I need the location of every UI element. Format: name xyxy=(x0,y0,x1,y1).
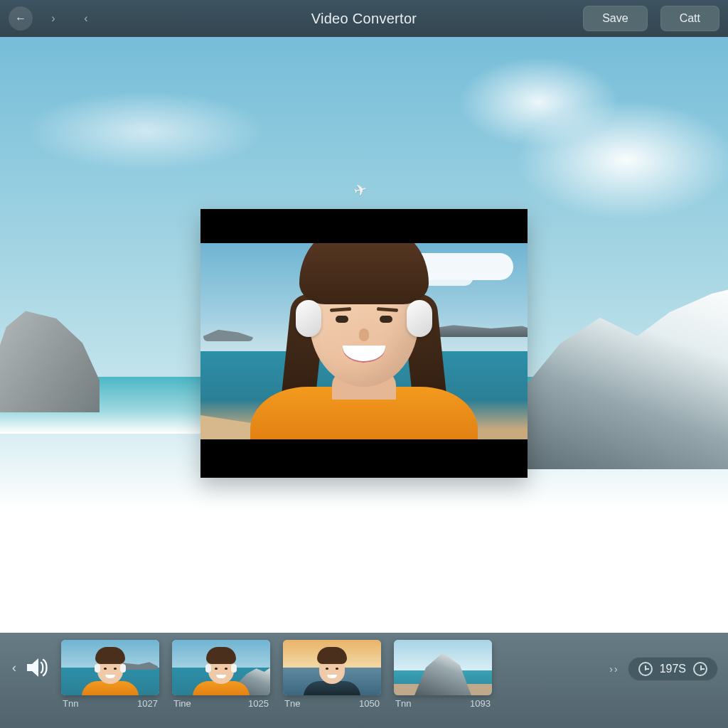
arrow-left-icon: ← xyxy=(15,12,26,25)
thumbnail-1: Tnn 1027 xyxy=(61,640,159,709)
thumbnail-2-value: 1025 xyxy=(248,698,269,709)
thumbnail-1-label: Tnn xyxy=(63,698,78,709)
clock-icon xyxy=(693,662,707,676)
thumbnail-1-value: 1027 xyxy=(137,698,158,709)
thumbs-next-button[interactable]: ›› xyxy=(609,663,617,675)
thumbnail-3: Tne 1050 xyxy=(283,640,381,709)
thumbnail-2-image[interactable] xyxy=(172,640,270,695)
forward-button[interactable]: › xyxy=(41,6,65,31)
thumbnail-1-image[interactable] xyxy=(61,640,159,695)
timecode-value: 197S xyxy=(660,663,686,675)
chevron-right-icon: › xyxy=(614,663,618,675)
chevron-right-icon: › xyxy=(609,663,613,675)
save-button[interactable]: Save xyxy=(583,6,647,31)
thumbnail-2-label: Tine xyxy=(173,698,191,709)
clock-icon xyxy=(638,662,653,676)
video-frame xyxy=(200,243,528,439)
chevron-left-icon: ‹ xyxy=(84,12,87,25)
timecode-pill[interactable]: 197S xyxy=(628,657,718,681)
video-preview[interactable] xyxy=(200,209,528,478)
bottom-bar: ‹ Tnn 1027 Tine 1 xyxy=(0,633,728,728)
volume-icon[interactable] xyxy=(26,657,50,678)
thumbnail-3-label: Tne xyxy=(284,698,300,709)
back-button[interactable]: ← xyxy=(9,6,33,31)
thumbnail-4-value: 1093 xyxy=(470,698,491,709)
thumbnail-3-image[interactable] xyxy=(283,640,381,695)
speaker-icon xyxy=(26,657,50,678)
thumbnail-4: Tnn 1093 xyxy=(394,640,492,709)
thumbnail-4-label: Tnn xyxy=(395,698,411,709)
chevron-right-icon: › xyxy=(51,12,55,25)
thumbnail-2: Tine 1025 xyxy=(172,640,270,709)
undo-button[interactable]: ‹ xyxy=(74,6,98,31)
thumbnail-3-value: 1050 xyxy=(359,698,380,709)
top-bar: ← › ‹ Video Convertor Save Catt xyxy=(0,0,728,37)
thumbnail-4-image[interactable] xyxy=(394,640,492,695)
thumbnail-strip: Tnn 1027 Tine 1025 Tne 1050 xyxy=(61,640,492,709)
exit-button[interactable]: Catt xyxy=(660,6,719,31)
thumbs-prev-button[interactable]: ‹ xyxy=(7,660,21,675)
